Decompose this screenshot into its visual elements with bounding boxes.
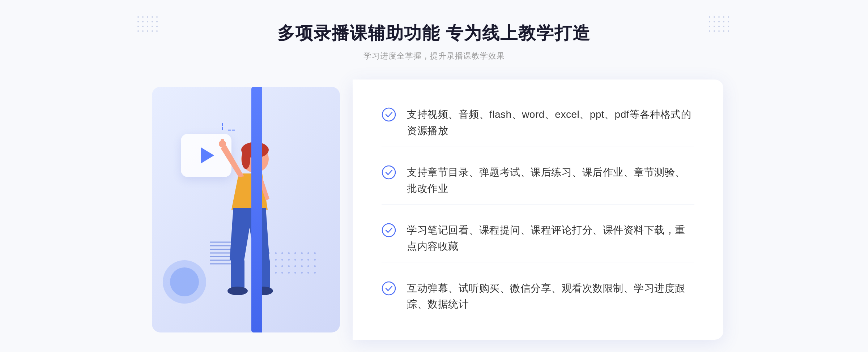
feature-item-3: 学习笔记回看、课程提问、课程评论打分、课件资料下载，重点内容收藏	[382, 215, 694, 262]
check-circle-icon-1	[382, 107, 396, 122]
svg-point-16	[227, 287, 248, 295]
check-circle-icon-3	[382, 223, 396, 237]
svg-point-23	[382, 282, 395, 295]
content-area: «	[145, 80, 723, 340]
svg-point-13	[242, 149, 250, 169]
sparkle-decoration-1	[219, 123, 226, 132]
main-title: 多项录播课辅助功能 专为线上教学打造	[277, 22, 590, 45]
feature-item-4: 互动弹幕、试听购买、微信分享、观看次数限制、学习进度跟踪、数据统计	[382, 273, 694, 320]
feature-text-2: 支持章节目录、弹题考试、课后练习、课后作业、章节测验、批改作业	[407, 164, 694, 197]
person-figure	[203, 137, 289, 325]
svg-point-22	[382, 224, 395, 237]
blue-accent-bar	[251, 87, 262, 332]
svg-rect-14	[231, 258, 244, 291]
svg-rect-19	[221, 139, 224, 145]
circle-decoration-2	[170, 267, 199, 296]
feature-item-2: 支持章节目录、弹题考试、课后练习、课后作业、章节测验、批改作业	[382, 157, 694, 205]
top-dots-right-decoration	[709, 16, 731, 33]
feature-text-3: 学习笔记回看、课程提问、课程评论打分、课件资料下载，重点内容收藏	[407, 222, 694, 255]
sub-title: 学习进度全掌握，提升录播课教学效果	[277, 51, 590, 61]
feature-text-1: 支持视频、音频、flash、word、excel、ppt、pdf等各种格式的资源…	[407, 107, 694, 139]
feature-item-1: 支持视频、音频、flash、word、excel、ppt、pdf等各种格式的资源…	[382, 99, 694, 147]
check-circle-icon-4	[382, 281, 396, 296]
page-container: 多项录播课辅助功能 专为线上教学打造 学习进度全掌握，提升录播课教学效果 «	[0, 0, 868, 352]
illustration-bg-card	[152, 87, 340, 332]
check-circle-icon-2	[382, 165, 396, 180]
svg-point-21	[382, 166, 395, 179]
illustration-container	[145, 80, 354, 340]
header-section: 多项录播课辅助功能 专为线上教学打造 学习进度全掌握，提升录播课教学效果	[277, 22, 590, 61]
features-panel: 支持视频、音频、flash、word、excel、ppt、pdf等各种格式的资源…	[353, 80, 723, 340]
sparkle-decoration-2	[228, 126, 235, 135]
svg-point-20	[382, 108, 395, 121]
feature-text-4: 互动弹幕、试听购买、微信分享、观看次数限制、学习进度跟踪、数据统计	[407, 280, 694, 313]
top-dots-left-decoration	[137, 16, 159, 33]
